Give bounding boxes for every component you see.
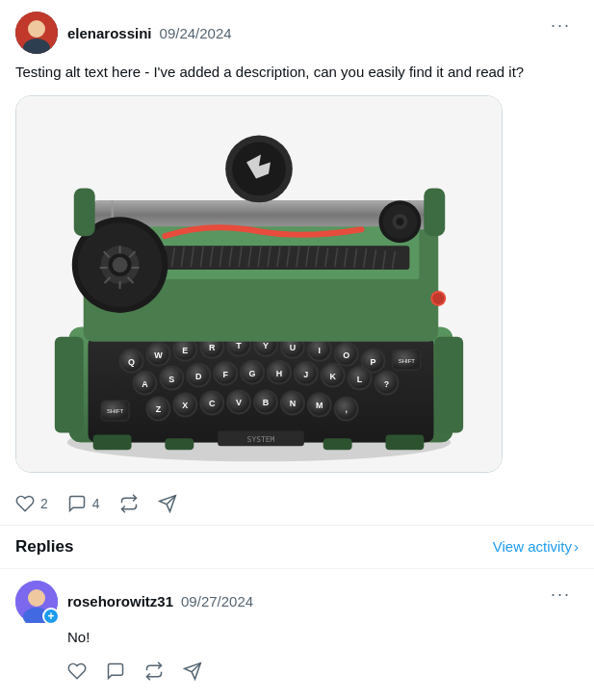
avatar[interactable]	[15, 12, 58, 54]
svg-text:,: ,	[345, 404, 348, 414]
svg-point-143	[113, 257, 128, 272]
svg-text:Z: Z	[156, 404, 162, 414]
svg-text:A: A	[142, 378, 148, 388]
reply-header-left: + rosehorowitz31 09/27/2024	[15, 581, 253, 623]
svg-text:Y: Y	[263, 340, 269, 350]
comment-action[interactable]: 4	[67, 494, 100, 513]
svg-text:I: I	[319, 345, 322, 354]
svg-text:W: W	[154, 350, 163, 359]
reply-repost-icon	[144, 661, 164, 681]
post-timestamp: 09/24/2024	[160, 25, 232, 41]
post-header: elenarossini 09/24/2024 ···	[15, 12, 579, 54]
svg-text:Q: Q	[128, 356, 135, 366]
svg-text:P: P	[371, 356, 376, 366]
svg-text:K: K	[329, 371, 336, 380]
svg-text:SYSTEM: SYSTEM	[247, 435, 275, 444]
comment-count: 4	[92, 496, 100, 511]
share-action[interactable]	[158, 494, 177, 513]
svg-text:D: D	[195, 371, 202, 380]
svg-text:S: S	[168, 374, 174, 383]
comment-icon	[67, 494, 87, 513]
svg-text:?: ?	[384, 378, 389, 388]
user-info: elenarossini 09/24/2024	[67, 25, 232, 41]
post-image-container: SYSTEM Q W E R T Y	[15, 95, 503, 473]
reply-user-info: rosehorowitz31 09/27/2024	[67, 593, 253, 609]
reply-text: No!	[67, 627, 579, 649]
view-activity-label: View activity	[493, 538, 572, 555]
reply-more-options-button[interactable]: ···	[543, 581, 579, 609]
svg-rect-172	[165, 438, 194, 450]
like-count: 2	[40, 496, 48, 511]
svg-rect-171	[385, 434, 424, 450]
reply-comment-action[interactable]	[106, 661, 125, 681]
svg-text:C: C	[209, 399, 216, 408]
reply-header: + rosehorowitz31 09/27/2024 ···	[15, 581, 579, 623]
post-header-left: elenarossini 09/24/2024	[15, 12, 232, 54]
share-icon	[158, 494, 177, 513]
svg-point-165	[65, 408, 74, 418]
svg-point-157	[396, 218, 403, 225]
repost-icon	[119, 494, 139, 513]
replies-label: Replies	[15, 537, 73, 557]
svg-text:E: E	[182, 345, 188, 354]
svg-text:H: H	[276, 368, 282, 377]
replies-section: Replies View activity ›	[0, 526, 594, 569]
svg-point-177	[28, 589, 45, 607]
post-container: elenarossini 09/24/2024 ··· Testing alt …	[0, 0, 594, 526]
avatar-image	[15, 12, 58, 54]
svg-text:N: N	[290, 399, 296, 408]
svg-text:F: F	[222, 369, 228, 378]
post-action-bar: 2 4	[15, 484, 579, 525]
svg-text:SHIFT: SHIFT	[107, 408, 124, 414]
post-text: Testing alt text here - I've added a des…	[15, 62, 579, 84]
reply-avatar-wrapper: +	[15, 581, 58, 623]
svg-text:X: X	[182, 401, 188, 410]
svg-text:SHIFT: SHIFT	[399, 357, 416, 363]
post-username[interactable]: elenarossini	[67, 25, 152, 41]
heart-icon	[15, 494, 35, 513]
svg-text:O: O	[343, 350, 349, 359]
svg-point-167	[448, 370, 457, 379]
svg-point-168	[448, 389, 457, 399]
reply-repost-action[interactable]	[144, 661, 164, 681]
like-action[interactable]: 2	[15, 494, 48, 513]
reply-timestamp: 09/27/2024	[181, 593, 253, 609]
svg-text:L: L	[357, 374, 363, 383]
svg-text:T: T	[236, 340, 242, 350]
reply-action-bar	[15, 656, 579, 692]
svg-rect-160	[74, 188, 95, 236]
svg-point-164	[65, 389, 74, 399]
reply-plus-badge: +	[42, 608, 60, 625]
svg-point-1	[28, 20, 45, 38]
svg-point-169	[448, 408, 457, 418]
svg-text:U: U	[290, 342, 296, 351]
svg-text:J: J	[303, 369, 308, 378]
svg-rect-161	[424, 188, 445, 236]
svg-point-163	[65, 370, 74, 379]
svg-point-159	[432, 292, 444, 303]
reply-heart-icon	[67, 661, 87, 681]
reply-share-action[interactable]	[183, 661, 202, 681]
svg-rect-173	[323, 438, 352, 450]
svg-text:M: M	[316, 401, 323, 410]
svg-text:B: B	[263, 398, 270, 407]
svg-text:G: G	[249, 368, 256, 377]
svg-point-162	[65, 350, 74, 360]
more-options-button[interactable]: ···	[543, 12, 579, 39]
svg-text:V: V	[236, 398, 242, 407]
svg-rect-170	[93, 434, 132, 450]
svg-point-166	[448, 350, 457, 360]
reply-username[interactable]: rosehorowitz31	[67, 593, 173, 609]
view-activity-arrow: ›	[574, 538, 579, 555]
post-image: SYSTEM Q W E R T Y	[16, 96, 502, 472]
svg-rect-8	[434, 336, 463, 432]
svg-text:R: R	[209, 342, 216, 351]
reply-comment-icon	[106, 661, 125, 681]
reply-container: + rosehorowitz31 09/27/2024 ··· No!	[0, 569, 594, 693]
repost-action[interactable]	[119, 494, 139, 513]
reply-share-icon	[183, 661, 202, 681]
reply-like-action[interactable]	[67, 661, 87, 681]
view-activity-button[interactable]: View activity ›	[493, 538, 579, 555]
